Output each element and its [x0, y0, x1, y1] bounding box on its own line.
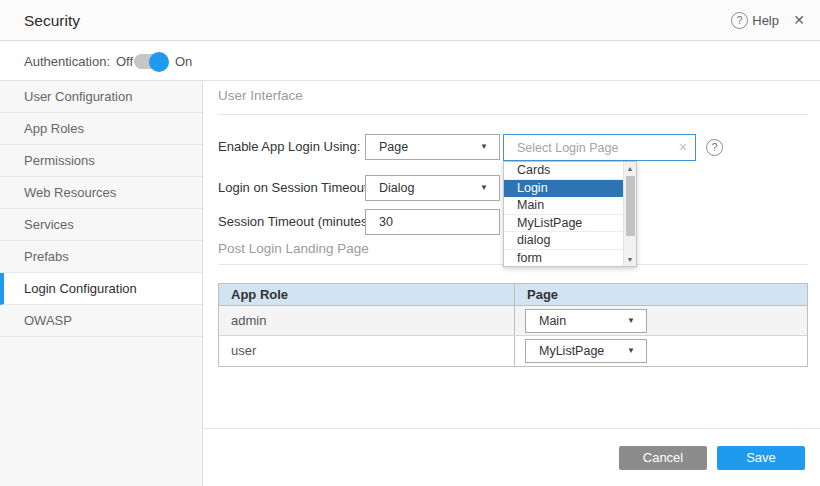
scroll-up-icon[interactable]: ▲	[624, 165, 636, 172]
dropdown-option-cards[interactable]: Cards	[504, 162, 623, 180]
section-heading-post-login: Post Login Landing Page	[218, 241, 369, 256]
dropdown-scrollbar[interactable]: ▲ ▼	[623, 162, 636, 266]
content-panel: User Interface Enable App Login Using: P…	[203, 81, 820, 486]
dropdown-option-mylistpage[interactable]: MyListPage	[504, 215, 623, 233]
save-button[interactable]: Save	[717, 446, 805, 470]
app-role-cell: admin	[219, 306, 514, 335]
session-timeout-login-select[interactable]: Dialog ▼	[365, 175, 500, 201]
table-row: admin Main ▼	[219, 306, 807, 336]
user-page-select[interactable]: MyListPage ▼	[525, 339, 647, 363]
select-value: Dialog	[379, 176, 414, 200]
landing-page-table: App Role Page admin Main ▼ user MyListPa…	[218, 283, 808, 367]
close-icon[interactable]: ✕	[793, 0, 805, 41]
column-header-page: Page	[514, 284, 807, 305]
sidebar-item-owasp[interactable]: OWASP	[0, 305, 202, 337]
page-cell: MyListPage ▼	[514, 336, 807, 366]
table-header-row: App Role Page	[219, 284, 807, 306]
dialog-header: Security ? Help ✕	[0, 0, 820, 41]
authentication-toggle[interactable]	[134, 54, 166, 69]
page-cell: Main ▼	[514, 306, 807, 335]
dropdown-option-form[interactable]: form	[504, 250, 623, 267]
page-title: Security	[24, 0, 80, 41]
login-page-dropdown: Cards Login Main MyListPage dialog form …	[503, 161, 637, 267]
caret-down-icon: ▼	[480, 135, 488, 159]
login-page-search-input[interactable]	[503, 134, 696, 161]
section-heading-user-interface: User Interface	[218, 88, 303, 103]
sidebar-item-permissions[interactable]: Permissions	[0, 145, 202, 177]
help-icon[interactable]: ?	[731, 12, 748, 29]
caret-down-icon: ▼	[480, 176, 488, 200]
sidebar-item-login-configuration[interactable]: Login Configuration	[0, 273, 202, 305]
sidebar-item-app-roles[interactable]: App Roles	[0, 113, 202, 145]
sidebar-item-prefabs[interactable]: Prefabs	[0, 241, 202, 273]
footer-divider	[203, 428, 820, 429]
dropdown-option-main[interactable]: Main	[504, 197, 623, 215]
sidebar-item-user-configuration[interactable]: User Configuration	[0, 81, 202, 113]
enable-app-login-select[interactable]: Page ▼	[365, 134, 500, 160]
table-row: user MyListPage ▼	[219, 336, 807, 366]
dropdown-option-login[interactable]: Login	[504, 180, 623, 198]
cancel-button[interactable]: Cancel	[619, 446, 707, 470]
authentication-row: Authentication: Off On	[0, 42, 820, 81]
scrollbar-thumb[interactable]	[626, 176, 635, 236]
dropdown-option-dialog[interactable]: dialog	[504, 232, 623, 250]
caret-down-icon: ▼	[627, 310, 635, 332]
select-value: MyListPage	[539, 340, 604, 362]
sidebar: User Configuration App Roles Permissions…	[0, 81, 203, 486]
toggle-on-label: On	[175, 42, 192, 81]
help-link[interactable]: Help	[752, 0, 779, 41]
column-header-app-role: App Role	[219, 284, 514, 305]
authentication-label: Authentication:	[24, 42, 110, 81]
security-dialog: Security ? Help ✕ Authentication: Off On…	[0, 0, 820, 486]
caret-down-icon: ▼	[627, 340, 635, 362]
scroll-down-icon[interactable]: ▼	[624, 256, 636, 263]
field-help-icon[interactable]: ?	[706, 139, 723, 156]
toggle-off-label: Off	[116, 42, 133, 81]
divider	[218, 114, 808, 115]
select-value: Page	[379, 135, 408, 159]
clear-icon[interactable]: ✕	[673, 134, 693, 161]
session-timeout-login-label: Login on Session Timeout:	[218, 175, 371, 201]
sidebar-item-web-resources[interactable]: Web Resources	[0, 177, 202, 209]
toggle-knob-icon	[149, 52, 169, 72]
enable-app-login-label: Enable App Login Using:	[218, 134, 360, 160]
session-timeout-minutes-label: Session Timeout (minutes):	[218, 209, 376, 235]
admin-page-select[interactable]: Main ▼	[525, 309, 647, 333]
sidebar-item-services[interactable]: Services	[0, 209, 202, 241]
select-value: Main	[539, 310, 566, 332]
app-role-cell: user	[219, 336, 514, 366]
session-timeout-minutes-input[interactable]	[365, 209, 500, 235]
